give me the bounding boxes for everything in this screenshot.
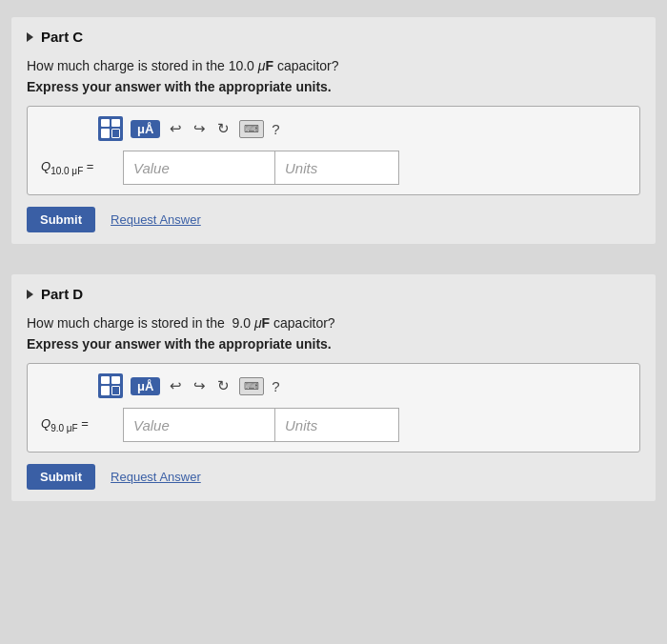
part-c-section: Part C How much charge is stored in the …	[11, 17, 656, 244]
part-d-answer-row: Q9.0 μF = Value Units	[41, 408, 626, 442]
part-d-express: Express your answer with the appropriate…	[27, 336, 640, 352]
part-c-value-placeholder: Value	[133, 160, 170, 176]
part-d-keyboard-icon[interactable]: ⌨	[239, 377, 264, 395]
part-c-actions: Submit Request Answer	[27, 207, 640, 232]
part-d-request-answer-link[interactable]: Request Answer	[111, 470, 201, 484]
part-c-answer-label: Q10.0 μF =	[41, 159, 117, 176]
part-d-value-placeholder: Value	[133, 417, 170, 433]
part-d-undo-icon[interactable]: ↩	[168, 375, 184, 396]
help-icon[interactable]: ?	[272, 121, 279, 137]
part-d-units-placeholder: Units	[285, 417, 317, 433]
part-c-header: Part C	[27, 29, 640, 45]
part-d-reset-icon[interactable]: ↻	[215, 375, 232, 396]
part-d-mu-button[interactable]: μÅ	[131, 377, 160, 395]
part-d-matrix-icon[interactable]	[98, 373, 123, 398]
part-d-help-icon[interactable]: ?	[272, 378, 279, 394]
part-c-units-input[interactable]: Units	[275, 151, 399, 185]
part-d-redo-icon[interactable]: ↪	[192, 375, 208, 396]
part-d-actions: Submit Request Answer	[27, 464, 640, 490]
part-d-submit-button[interactable]: Submit	[27, 464, 95, 490]
part-d-answer-label: Q9.0 μF =	[41, 416, 117, 433]
part-d-value-input[interactable]: Value	[123, 408, 275, 442]
part-c-title: Part C	[41, 29, 83, 45]
part-d-toggle[interactable]	[27, 290, 33, 299]
reset-icon[interactable]: ↻	[215, 118, 232, 139]
part-d-input-area: μÅ ↩ ↪ ↻ ⌨ ? Q9.0 μF = Value Units	[27, 363, 640, 453]
part-c-toolbar: μÅ ↩ ↪ ↻ ⌨ ?	[41, 116, 626, 141]
part-d-section: Part D How much charge is stored in the …	[11, 274, 656, 501]
part-c-input-area: μÅ ↩ ↪ ↻ ⌨ ? Q10.0 μF = Value Units	[27, 106, 640, 195]
keyboard-icon[interactable]: ⌨	[239, 120, 264, 138]
part-d-units-input[interactable]: Units	[275, 408, 399, 442]
mu-button[interactable]: μÅ	[131, 120, 160, 138]
part-c-request-answer-link[interactable]: Request Answer	[111, 212, 201, 227]
part-c-express: Express your answer with the appropriate…	[27, 79, 640, 94]
part-c-toggle[interactable]	[27, 32, 33, 42]
part-c-value-input[interactable]: Value	[123, 151, 275, 185]
part-c-question: How much charge is stored in the 10.0 μF…	[27, 58, 640, 73]
part-d-toolbar: μÅ ↩ ↪ ↻ ⌨ ?	[41, 373, 626, 398]
redo-icon[interactable]: ↪	[192, 118, 208, 139]
part-d-title: Part D	[41, 286, 83, 302]
part-c-units-placeholder: Units	[285, 160, 317, 176]
part-d-question: How much charge is stored in the 9.0 μF …	[27, 315, 640, 331]
undo-icon[interactable]: ↩	[168, 118, 184, 139]
part-c-submit-button[interactable]: Submit	[27, 207, 95, 232]
matrix-icon[interactable]	[98, 116, 123, 141]
part-d-header: Part D	[27, 286, 640, 302]
part-c-answer-row: Q10.0 μF = Value Units	[41, 151, 626, 185]
